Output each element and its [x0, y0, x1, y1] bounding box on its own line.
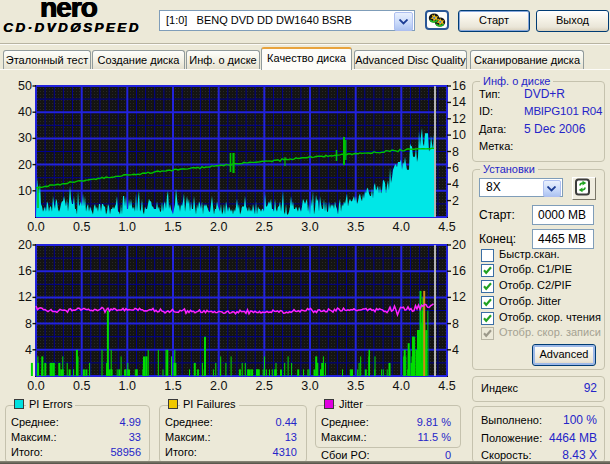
svg-text:16: 16 [452, 264, 466, 278]
svg-text:16: 16 [452, 79, 466, 93]
svg-text:8: 8 [25, 317, 32, 331]
svg-text:4: 4 [25, 343, 32, 357]
svg-text:4.5: 4.5 [438, 220, 455, 234]
svg-text:1.0: 1.0 [119, 220, 136, 234]
svg-text:1.5: 1.5 [164, 220, 181, 234]
svg-text:20: 20 [18, 238, 32, 252]
svg-text:50: 50 [18, 79, 32, 93]
svg-text:2.5: 2.5 [256, 220, 273, 234]
svg-text:3.0: 3.0 [301, 220, 318, 234]
svg-text:40: 40 [18, 105, 32, 119]
svg-text:12: 12 [452, 112, 466, 126]
svg-text:2.0: 2.0 [210, 220, 227, 234]
svg-text:4: 4 [452, 177, 459, 191]
svg-text:10: 10 [18, 184, 32, 198]
svg-text:3.5: 3.5 [347, 220, 364, 234]
svg-text:0.0: 0.0 [27, 220, 44, 234]
svg-text:6: 6 [452, 161, 459, 175]
svg-text:20: 20 [452, 238, 466, 252]
svg-text:12: 12 [18, 290, 32, 304]
svg-text:4.0: 4.0 [393, 220, 410, 234]
svg-text:10: 10 [452, 128, 466, 142]
svg-text:14: 14 [452, 95, 466, 109]
svg-text:20: 20 [18, 158, 32, 172]
svg-text:2: 2 [452, 194, 459, 208]
svg-text:0.5: 0.5 [73, 220, 90, 234]
svg-text:4: 4 [452, 343, 459, 357]
svg-text:8: 8 [452, 145, 459, 159]
svg-text:16: 16 [18, 264, 32, 278]
svg-text:12: 12 [452, 290, 466, 304]
svg-text:30: 30 [18, 131, 32, 145]
svg-text:8: 8 [452, 317, 459, 331]
